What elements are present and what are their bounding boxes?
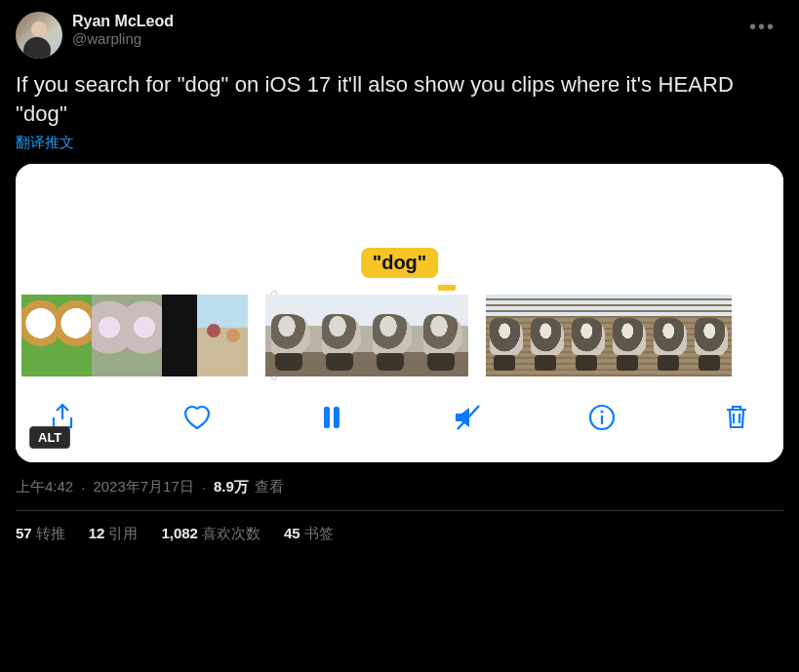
clip-frame xyxy=(691,295,732,376)
clip-frame xyxy=(316,295,367,376)
clip-frame xyxy=(609,295,650,376)
stat-likes[interactable]: 1,082喜欢次数 xyxy=(161,525,260,543)
stat-retweets[interactable]: 57转推 xyxy=(16,525,65,543)
views-count: 8.9万 xyxy=(214,478,249,496)
clip-group[interactable] xyxy=(21,295,248,376)
translate-link[interactable]: 翻译推文 xyxy=(16,134,783,152)
clip-frame xyxy=(162,295,197,376)
clip-frame xyxy=(367,295,418,376)
divider xyxy=(16,510,783,511)
tweet-time[interactable]: 上午4:42 xyxy=(16,478,73,496)
heart-icon[interactable] xyxy=(178,398,217,437)
info-icon[interactable] xyxy=(582,398,621,437)
clip-group[interactable] xyxy=(486,295,732,376)
dot-separator: · xyxy=(81,479,85,495)
clip-frame xyxy=(486,295,527,376)
tweet-date[interactable]: 2023年7月17日 xyxy=(93,478,193,496)
tweet-meta: 上午4:42 · 2023年7月17日 · 8.9万 查看 xyxy=(16,478,783,510)
clip-frame xyxy=(650,295,691,376)
video-timeline[interactable] xyxy=(16,289,783,380)
svg-rect-1 xyxy=(334,407,340,428)
svg-point-5 xyxy=(600,411,603,414)
clip-frame xyxy=(92,295,127,376)
tweet-stats: 57转推 12引用 1,082喜欢次数 45书签 xyxy=(16,525,783,543)
author-handle[interactable]: @warpling xyxy=(72,30,174,48)
clip-frame xyxy=(568,295,609,376)
playhead-marker xyxy=(438,285,456,291)
tweet-text: If you search for "dog" on iOS 17 it'll … xyxy=(16,70,783,128)
clip-frame xyxy=(127,295,162,376)
views-label: 查看 xyxy=(255,478,284,496)
stat-quotes[interactable]: 12引用 xyxy=(89,525,139,543)
media-whitespace xyxy=(16,164,783,248)
caption-bubble: "dog" xyxy=(361,248,439,278)
clip-frame xyxy=(57,295,92,376)
clip-frame xyxy=(21,295,57,376)
stat-bookmarks[interactable]: 45书签 xyxy=(284,525,334,543)
more-icon[interactable]: ••• xyxy=(741,12,783,42)
trash-icon[interactable] xyxy=(717,398,756,437)
mute-icon[interactable] xyxy=(448,398,487,437)
author-display-name[interactable]: Ryan McLeod xyxy=(72,12,174,30)
clip-frame xyxy=(197,295,248,376)
clip-group[interactable] xyxy=(265,295,468,376)
alt-badge[interactable]: ALT xyxy=(29,426,70,449)
clip-frame xyxy=(265,295,316,376)
tweet-header: Ryan McLeod @warpling ••• xyxy=(16,12,783,59)
avatar[interactable] xyxy=(16,12,62,59)
media-toolbar xyxy=(16,380,783,462)
dot-separator: · xyxy=(202,479,206,495)
svg-rect-0 xyxy=(324,407,330,428)
media-card[interactable]: "dog" xyxy=(16,164,783,462)
caption-row: "dog" xyxy=(16,248,783,289)
clip-frame xyxy=(527,295,568,376)
pause-icon[interactable] xyxy=(312,398,351,437)
clip-frame xyxy=(418,295,468,376)
